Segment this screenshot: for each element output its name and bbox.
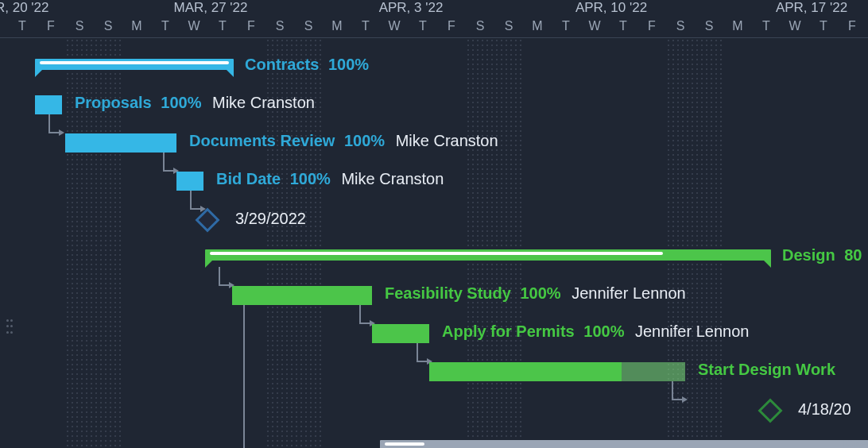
task-feasibility-study[interactable]: Feasibility Study 100% Jennifer Lennon: [0, 276, 868, 315]
task-proposals[interactable]: Proposals 100% Mike Cranston: [0, 86, 868, 124]
group-contracts[interactable]: Contracts 100%: [0, 48, 868, 86]
task-name: Documents Review: [189, 132, 335, 149]
day-label: T: [362, 19, 370, 33]
group-name: Pro: [843, 437, 868, 448]
timeline-week-labels: MAR, 20 '22 MAR, 27 '22 APR, 3 '22 APR, …: [0, 0, 868, 17]
day-label: S: [76, 19, 84, 33]
task-bar[interactable]: [65, 133, 176, 153]
progress-inner: [40, 61, 229, 64]
day-label: F: [247, 19, 255, 33]
task-bar[interactable]: [35, 95, 62, 114]
progress-inner: [385, 442, 424, 446]
week-label: MAR, 27 '22: [173, 0, 247, 16]
day-label: S: [676, 19, 685, 33]
group-bar[interactable]: [380, 440, 868, 448]
task-bar-fill: [429, 362, 622, 381]
day-label: S: [476, 19, 485, 33]
day-label: T: [161, 19, 169, 33]
task-bar-fill: [35, 95, 62, 114]
day-label: S: [276, 19, 285, 33]
task-bar-fill: [372, 324, 429, 343]
day-label: M: [131, 19, 141, 33]
group-pro[interactable]: Pro: [0, 429, 868, 448]
day-label: S: [505, 19, 513, 33]
day-label: W: [789, 19, 800, 33]
drag-handle-icon[interactable]: [6, 319, 14, 335]
task-bar-fill: [65, 133, 176, 153]
day-label: W: [588, 19, 600, 33]
day-label: F: [848, 19, 856, 33]
group-name: Design: [782, 246, 835, 264]
group-pct: 80: [844, 246, 862, 264]
task-name: Proposals: [75, 94, 152, 111]
day-label: T: [562, 19, 570, 33]
day-label: T: [419, 19, 427, 33]
day-label: T: [18, 19, 26, 33]
day-label: W: [188, 19, 200, 33]
timeline-day-labels: W T F S S M T W T F S S M T W T F S S M …: [0, 17, 868, 38]
gantt-chart[interactable]: MAR, 20 '22 MAR, 27 '22 APR, 3 '22 APR, …: [0, 0, 868, 448]
task-assignee: Mike Cranston: [396, 132, 498, 149]
day-label: M: [732, 19, 742, 33]
progress-inner: [210, 252, 663, 255]
day-label: M: [331, 19, 342, 33]
task-apply-permits[interactable]: Apply for Permits 100% Jennifer Lennon: [0, 315, 868, 353]
task-name: Feasibility Study: [385, 284, 511, 302]
day-label: F: [448, 19, 455, 33]
task-bar-fill: [232, 286, 372, 305]
group-bar[interactable]: [205, 249, 771, 261]
task-bar[interactable]: [176, 172, 203, 191]
day-label: T: [762, 19, 770, 33]
group-bar[interactable]: [35, 59, 234, 70]
task-name: Start Design Work: [698, 361, 835, 378]
milestone-label: 3/29/2022: [235, 210, 306, 228]
task-bar[interactable]: [232, 286, 372, 305]
task-bar-fill: [176, 172, 203, 191]
task-pct: 100%: [344, 132, 385, 149]
task-assignee: Mike Cranston: [341, 170, 444, 187]
week-label: APR, 17 '22: [776, 0, 847, 16]
task-name: Bid Date: [216, 170, 281, 187]
task-pct: 100%: [161, 94, 201, 111]
milestone-label: 4/18/20: [798, 400, 851, 419]
week-label: APR, 10 '22: [575, 0, 647, 16]
day-label: S: [304, 19, 313, 33]
day-label: T: [219, 19, 227, 33]
day-label: F: [47, 19, 55, 33]
task-bar[interactable]: [372, 324, 429, 343]
milestone-3-29[interactable]: 3/29/2022: [0, 200, 868, 238]
week-label: APR, 3 '22: [379, 0, 444, 16]
task-pct: 100%: [521, 284, 561, 302]
gantt-rows: Contracts 100% Proposals 100% Mike Crans…: [0, 38, 868, 448]
day-label: F: [648, 19, 656, 33]
task-assignee: Mike Cranston: [212, 94, 315, 111]
day-label: M: [532, 19, 542, 33]
task-name: Apply for Permits: [442, 322, 575, 340]
task-bid-date[interactable]: Bid Date 100% Mike Cranston: [0, 162, 868, 200]
task-pct: 100%: [290, 170, 331, 187]
group-pct: 100%: [328, 56, 369, 73]
day-label: T: [820, 19, 827, 33]
milestone-4-18[interactable]: 4/18/20: [0, 391, 868, 429]
group-design[interactable]: Design 80: [0, 238, 868, 276]
task-bar[interactable]: [429, 362, 685, 381]
task-assignee: Jennifer Lennon: [635, 322, 749, 340]
task-assignee: Jennifer Lennon: [572, 284, 685, 302]
day-label: W: [388, 19, 400, 33]
task-start-design-work[interactable]: Start Design Work: [0, 353, 868, 391]
milestone-icon[interactable]: [758, 398, 782, 423]
milestone-icon[interactable]: [195, 207, 219, 232]
task-documents-review[interactable]: Documents Review 100% Mike Cranston: [0, 124, 868, 162]
group-name: Contracts: [245, 56, 319, 73]
task-pct: 100%: [583, 322, 624, 340]
day-label: S: [705, 19, 714, 33]
task-bar-remaining: [622, 362, 686, 381]
day-label: T: [619, 19, 627, 33]
day-label: S: [104, 19, 113, 33]
